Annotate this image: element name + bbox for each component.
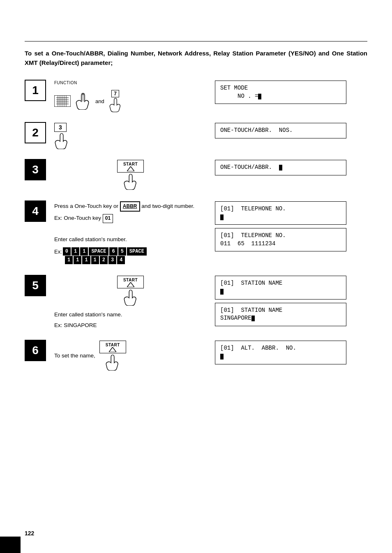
start-button-5: START [117,276,144,288]
step-4-text1: Press a One-Touch key or ABBR and two-di… [54,201,207,212]
and-text: and [95,98,104,104]
key-3: 3 [108,256,116,264]
hand-icon-2 [54,133,69,149]
lcd-5a: [01] STATION NAME [215,276,346,299]
step-6-text: To set the name, [54,352,95,360]
step-5-start-group: START [54,276,207,306]
lcd-1: SET MODE NO . = [215,81,346,104]
step-2-row: 2 3 ONE-TOUCH/ABBR. NOS. [25,121,367,149]
step-6-row: 6 To set the name, START [01] [25,339,367,371]
key-space1: SPACE [89,247,108,256]
step-3-display: ONE-TOUCH/ABBR. [215,158,367,175]
key-space2: SPACE [127,247,147,256]
svg-point-11 [83,94,84,95]
step-3-start-group: START [54,160,207,190]
key-1d: 1 [74,256,81,264]
step-2-display: ONE-TOUCH/ABBR. NOS. [215,121,367,138]
abbr-key: ABBR [120,201,140,212]
lcd-4a: [01] TELEPHONE NO. [215,201,346,225]
keyboard-icon [54,95,71,107]
step-6-display: [01] ALT. ABBR. NO. [215,339,367,364]
step-4-display: [01] TELEPHONE NO. [01] TELEPHONE NO.011… [215,200,367,251]
start-button-3: START [117,160,144,173]
hand-icon-6 [105,354,120,371]
step-1-row: 1 FUNCTION [25,79,367,112]
ex-label: Ex: [54,249,62,255]
key-1a: 1 [71,247,79,256]
top-divider [25,41,367,41]
step-4-keys-row2: 1 1 1 1 2 3 4 [54,256,207,264]
step-4-keys-group: Ex: 0 1 1 SPACE 6 5 SPACE 1 1 1 1 2 3 4 [54,247,207,264]
lcd-6: [01] ALT. ABBR. NO. [215,341,346,364]
step-6-start-group: START [99,341,126,371]
step-4-content: Press a One-Touch key or ABBR and two-di… [54,200,207,264]
key-7-group: 7 [109,90,122,112]
lcd-4b: [01] TELEPHONE NO.011 65 1111234 [215,228,346,251]
key-1c: 1 [65,256,73,264]
step-6-number: 6 [25,340,46,361]
page-corner [0,537,21,553]
key-6: 6 [109,247,117,256]
step-5-content: START Enter called station's name. Ex: S… [54,274,207,329]
step-2-key-group: 3 [54,123,207,149]
hand-icon-5 [123,289,138,306]
lcd-2: ONE-TOUCH/ABBR. NOS. [215,123,346,138]
step-6-content: To set the name, START [54,339,207,371]
step-1-display: SET MODE NO . = [215,79,367,104]
hand-icon-1b [109,97,122,112]
step-2-number: 2 [25,122,46,143]
svg-marker-13 [127,282,134,287]
hand-icon-3 [123,173,138,190]
step-4-text2: Enter called station's number. [54,235,207,244]
key-01: 01 [103,214,113,223]
step-6-inline: To set the name, START [54,341,207,371]
step-3-content: START [54,158,207,190]
intro-paragraph: To set a One-Touch/ABBR, Dialing Number,… [25,49,367,67]
step-1-number: 1 [25,80,46,101]
key-1b: 1 [80,247,88,256]
key-0: 0 [63,247,71,256]
step-1-content: FUNCTION [54,79,207,112]
key-1e: 1 [82,256,90,264]
step-2-content: 3 [54,121,207,149]
hand-icon-1 [76,92,90,110]
svg-marker-14 [109,347,116,352]
svg-marker-12 [127,166,134,171]
lcd-5b: [01] STATION NAMESINGAPORE [215,303,346,326]
key-5: 5 [118,247,126,256]
step-4-number: 4 [25,200,46,222]
step-4-keys-row1: Ex: 0 1 1 SPACE 6 5 SPACE [54,247,207,256]
key-7: 7 [111,90,119,97]
function-label: FUNCTION [54,81,207,85]
step-5-example: Ex: SINGAPORE [54,321,207,329]
steps-container: 1 FUNCTION [25,79,367,371]
step-5-text1: Enter called station's name. [54,311,207,319]
key-4: 4 [117,256,125,264]
key-1f: 1 [91,256,99,264]
key-3: 3 [54,123,67,132]
svg-rect-0 [54,95,71,107]
step-5-row: 5 START Enter called station's name. Ex:… [25,274,367,329]
step-5-display: [01] STATION NAME [01] STATION NAMESINGA… [215,274,367,326]
start-button-6: START [99,341,126,353]
key-2: 2 [100,256,108,264]
step-4-example1: Ex: One-Touch key 01 [54,214,207,223]
step-5-number: 5 [25,275,46,296]
step-3-row: 3 START ONE-TOUCH/ABBR. [25,158,367,190]
step-1-keys: and 7 [54,90,207,112]
step-4-row: 4 Press a One-Touch key or ABBR and two-… [25,200,367,264]
step-3-number: 3 [25,159,46,180]
lcd-3: ONE-TOUCH/ABBR. [215,160,346,175]
page-number: 122 [25,530,34,537]
